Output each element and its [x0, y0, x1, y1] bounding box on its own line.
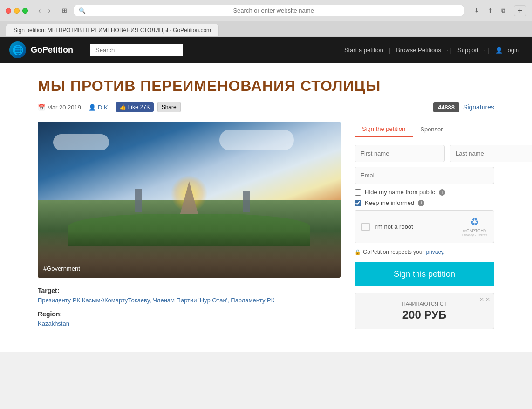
email-row [355, 167, 494, 184]
browser-chrome: ‹ › ⊞ 🔍 ⬇ ⬆ ⧉ + Sign petition: МЫ ПРОТИВ… [0, 0, 532, 37]
support-link[interactable]: Support [454, 45, 483, 55]
privacy-row: 🔒 GoPetition respects your privacy. [355, 249, 494, 255]
privacy-text: GoPetition respects your [363, 249, 424, 255]
khan-shatyr [179, 181, 199, 218]
sign-tabs: Sign the petition Sponsor [355, 122, 494, 137]
sidebar-button[interactable]: ⧉ [498, 6, 508, 15]
recaptcha-logo: ♻ reCAPTCHA Privacy - Terms [462, 216, 487, 237]
email-input[interactable] [355, 167, 494, 184]
right-tower [243, 191, 250, 212]
recaptcha-widget: I'm not a robot ♻ reCAPTCHA Privacy - Te… [355, 210, 494, 243]
sign-petition-button[interactable]: Sign this petition [355, 262, 494, 286]
tab-sponsor[interactable]: Sponsor [413, 122, 450, 137]
region-label: Region: [38, 310, 341, 318]
petition-author: 👤 D K [89, 104, 108, 111]
target-section: Target: Президенту РК Касым-ЖомартуТокае… [38, 287, 341, 304]
fb-thumb-icon: 👍 [119, 104, 126, 110]
last-name-input[interactable] [450, 145, 532, 162]
target-label: Target: [38, 287, 341, 294]
fb-like-widget: 👍 Like 27K Share [116, 102, 181, 112]
cloud-2 [219, 130, 294, 150]
hide-name-label: Hide my name from public [365, 189, 435, 196]
target-value[interactable]: Президенту РК Касым-ЖомартуТокаеву, Член… [38, 297, 274, 304]
petition-details: Target: Президенту РК Касым-ЖомартуТокае… [38, 287, 341, 327]
logo[interactable]: 🌐 GoPetition [9, 41, 73, 58]
separator-2: · [447, 47, 449, 54]
browser-titlebar: ‹ › ⊞ 🔍 ⬇ ⬆ ⧉ + [0, 0, 532, 21]
keep-informed-label: Keep me informed [365, 199, 414, 206]
traffic-lights [6, 8, 28, 14]
site-header: 🌐 GoPetition Start a petition | Browse P… [0, 37, 532, 63]
ad-banner: ✕ ✕ НАЧИНАЮТСЯ ОТ 200 РУБ [355, 293, 494, 329]
login-link[interactable]: 👤 Login [491, 45, 523, 55]
browser-right-icons: ⬇ ⬆ ⧉ [471, 6, 508, 15]
petition-date: 📅 Mar 20 2019 [38, 104, 81, 111]
recaptcha-sub: Privacy - Terms [462, 233, 487, 237]
author-icon: 👤 [89, 104, 96, 111]
fb-share-button[interactable]: Share [157, 102, 181, 112]
hide-name-checkbox[interactable] [355, 189, 361, 196]
main-layout: #Government Target: Президенту РК Касым-… [38, 122, 494, 334]
name-fields-row [355, 145, 494, 162]
left-column: #Government Target: Президенту РК Касым-… [38, 122, 341, 334]
logo-text: GoPetition [31, 45, 73, 55]
recaptcha-brand: reCAPTCHA [462, 228, 487, 233]
header-nav: Start a petition | Browse Petitions · | … [341, 45, 523, 55]
separator-3: | [450, 47, 452, 54]
site-search-input[interactable] [90, 44, 183, 56]
lock-icon: 🔒 [355, 249, 361, 255]
petition-image: #Government [38, 122, 341, 278]
ad-close-button[interactable]: ✕ ✕ [479, 296, 490, 303]
back-button[interactable]: ‹ [35, 6, 43, 16]
recaptcha-checkbox[interactable] [361, 223, 370, 231]
address-bar: 🔍 [74, 5, 464, 16]
search-icon: 🔍 [79, 7, 86, 14]
keep-informed-info-icon[interactable]: i [418, 200, 424, 206]
calendar-icon: 📅 [38, 104, 45, 111]
browser-icons: ⊞ [59, 6, 70, 15]
download-button[interactable]: ⬇ [471, 6, 482, 15]
privacy-link[interactable]: privacy. [426, 249, 444, 255]
petition-title: МЫ ПРОТИВ ПЕРЕИМЕНОВАНИЯ СТОЛИЦЫ [38, 77, 494, 95]
tab-overview-button[interactable]: ⊞ [59, 6, 70, 15]
page-content: МЫ ПРОТИВ ПЕРЕИМЕНОВАНИЯ СТОЛИЦЫ 📅 Mar 2… [14, 63, 518, 352]
author-link[interactable]: D K [98, 104, 108, 111]
ad-small-text: НАЧИНАЮТСЯ ОТ [362, 301, 486, 307]
tab-sign-petition[interactable]: Sign the petition [355, 122, 413, 137]
close-button[interactable] [6, 8, 11, 14]
keep-informed-row: Keep me informed i [355, 199, 494, 206]
separator-5: | [488, 47, 489, 54]
start-petition-link[interactable]: Start a petition [341, 45, 387, 55]
separator-4: · [484, 47, 486, 54]
petition-meta: 📅 Mar 20 2019 👤 D K 👍 Like 27K Share 448… [38, 102, 494, 112]
forward-button[interactable]: › [45, 6, 53, 16]
region-value[interactable]: Kazakhstan [38, 320, 69, 327]
logo-globe: 🌐 [9, 41, 26, 58]
fb-like-button[interactable]: 👍 Like 27K [116, 102, 154, 112]
keep-informed-checkbox[interactable] [355, 200, 361, 206]
recaptcha-icon: ♻ [462, 216, 487, 228]
hide-name-info-icon[interactable]: i [439, 189, 445, 196]
address-input[interactable] [89, 7, 459, 14]
nav-buttons: ‹ › [35, 6, 54, 16]
separator-1: | [389, 47, 390, 54]
fullscreen-button[interactable] [22, 8, 28, 14]
person-icon: 👤 [495, 47, 503, 54]
cloud-1 [53, 134, 109, 150]
ad-main-text: 200 РУБ [362, 308, 486, 321]
signature-count: 44888 [433, 102, 459, 112]
region-section: Region: Kazakhstan [38, 310, 341, 327]
browse-petitions-link[interactable]: Browse Petitions [392, 45, 445, 55]
right-column: Sign the petition Sponsor Hide my name f… [355, 122, 494, 334]
minimize-button[interactable] [14, 8, 20, 14]
current-tab[interactable]: Sign petition: МЫ ПРОТИВ ПЕРЕИМЕНОВАНИЯ … [6, 24, 219, 36]
tab-bar: Sign petition: МЫ ПРОТИВ ПЕРЕИМЕНОВАНИЯ … [0, 21, 532, 36]
first-name-input[interactable] [355, 145, 445, 162]
left-tower [135, 189, 142, 212]
signatures-badge: 44888 Signatures [433, 102, 494, 112]
recaptcha-label: I'm not a robot [375, 223, 457, 230]
hide-name-row: Hide my name from public i [355, 189, 494, 196]
share-button[interactable]: ⬆ [485, 6, 496, 15]
signatures-link[interactable]: Signatures [463, 103, 494, 111]
new-tab-button[interactable]: + [514, 5, 526, 16]
